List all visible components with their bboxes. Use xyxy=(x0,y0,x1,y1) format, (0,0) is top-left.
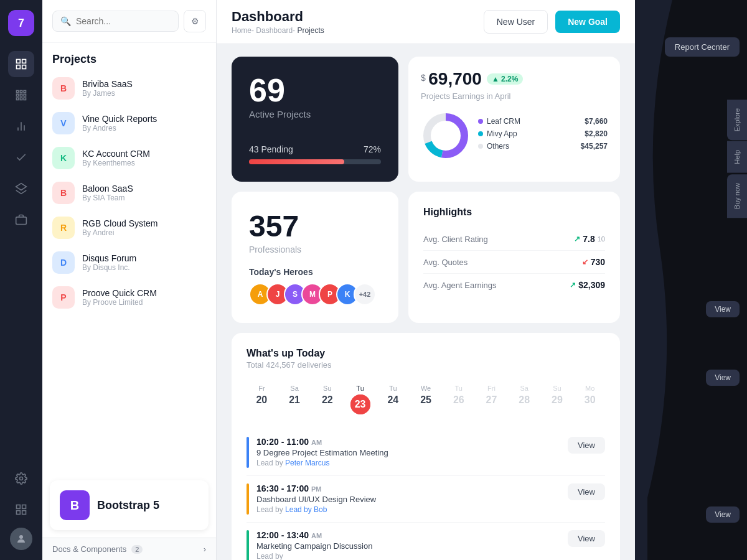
docs-label: Docs & Components xyxy=(52,544,126,554)
project-item-kc[interactable]: K KC Account CRM By Keenthemes xyxy=(47,141,211,175)
project-item-baloon[interactable]: B Baloon SaaS By SIA Team xyxy=(47,175,211,210)
svg-rect-19 xyxy=(17,505,21,509)
event-view-button[interactable]: View xyxy=(568,483,605,500)
search-box[interactable]: 🔍 xyxy=(52,11,179,32)
event-lead-link[interactable]: Peter Marcus xyxy=(285,459,329,467)
project-by-disqus: By Disqus Inc. xyxy=(82,263,136,272)
calendar-day[interactable]: Tu23 xyxy=(345,380,375,419)
nav-icon-settings[interactable] xyxy=(8,465,34,492)
svg-rect-22 xyxy=(22,511,26,515)
view-button-2[interactable]: View xyxy=(706,370,740,386)
project-item-proove[interactable]: P Proove Quick CRM By Proove Limited xyxy=(47,280,211,315)
day-name: Sa xyxy=(282,385,308,392)
svg-rect-21 xyxy=(17,511,21,515)
new-user-button[interactable]: New User xyxy=(484,10,548,34)
report-center-button[interactable]: Report Cecnter xyxy=(665,37,740,57)
svg-marker-16 xyxy=(16,184,27,190)
nav-icon-apps[interactable] xyxy=(8,82,34,108)
cards-row-1: 69 Active Projects 43 Pending 72% $ 69,7… xyxy=(232,57,620,182)
docs-bar[interactable]: Docs & Components 2 › xyxy=(42,538,216,560)
calendar-day[interactable]: Tu26 xyxy=(443,380,474,419)
legend-item: Leaf CRM $7,660 xyxy=(478,117,608,126)
calendar-day[interactable]: Sa21 xyxy=(280,380,310,419)
calendar-day[interactable]: Mo30 xyxy=(575,380,605,419)
project-name-vine: Vine Quick Reports xyxy=(82,114,157,124)
donut-chart xyxy=(421,111,471,161)
nav-icon-check[interactable] xyxy=(8,144,34,170)
view-button-1[interactable]: View xyxy=(706,301,740,317)
nav-icon-chart[interactable] xyxy=(8,113,34,139)
earnings-label: Projects Earnings in April xyxy=(421,91,608,101)
highlight-value: ↗ $2,309 xyxy=(570,280,605,290)
highlight-name: Avg. Quotes xyxy=(423,258,467,267)
help-tab[interactable]: Help xyxy=(727,141,747,173)
calendar-day[interactable]: Sa28 xyxy=(509,380,540,419)
project-info-disqus: Disqus Forum By Disqus Inc. xyxy=(82,253,136,272)
dashboard-content: 69 Active Projects 43 Pending 72% $ 69,7… xyxy=(217,44,635,560)
page-title: Dashboard xyxy=(232,9,324,25)
nav-icon-grid2[interactable] xyxy=(8,497,34,523)
explore-tab[interactable]: Explore xyxy=(727,100,747,140)
highlight-value: ↗ 7.8 10 xyxy=(574,234,605,244)
professionals-label: Professionals xyxy=(249,245,381,254)
breadcrumb-current: Projects xyxy=(297,26,324,35)
calendar-day[interactable]: We25 xyxy=(411,380,441,419)
new-goal-button[interactable]: New Goal xyxy=(555,11,620,33)
event-ampm: PM xyxy=(311,485,322,493)
user-bottom-avatar[interactable] xyxy=(10,528,32,550)
highlight-value: ↙ 730 xyxy=(582,257,605,267)
event-view-button[interactable]: View xyxy=(568,437,605,454)
heroes-label: Today's Heroes xyxy=(249,267,381,277)
event-lead-link[interactable]: Lead by Bob xyxy=(285,505,327,514)
svg-rect-9 xyxy=(24,94,26,96)
project-item-briviba[interactable]: B Briviba SaaS By James xyxy=(47,71,211,106)
highlight-row: Avg. Quotes ↙ 730 xyxy=(423,251,605,274)
day-num: 21 xyxy=(282,394,308,406)
event-bar xyxy=(247,530,249,560)
project-by-baloon: By SIA Team xyxy=(82,194,133,202)
calendar-day[interactable]: Su29 xyxy=(542,380,573,419)
project-icon-disqus: D xyxy=(52,251,75,274)
project-info-vine: Vine Quick Reports By Andres xyxy=(82,114,157,133)
search-input[interactable] xyxy=(76,16,171,26)
event-name: 9 Degree Project Estimation Meeting xyxy=(256,448,560,457)
buy-now-tab[interactable]: Buy now xyxy=(727,174,747,218)
left-navigation: 7 xyxy=(0,0,42,560)
day-num: 24 xyxy=(380,394,406,406)
legend-item: Mivy App $2,820 xyxy=(478,129,608,138)
user-avatar-nav[interactable]: 7 xyxy=(8,10,34,36)
project-icon-rgb: R xyxy=(52,217,75,239)
day-num: 25 xyxy=(413,394,439,406)
nav-icon-layers[interactable] xyxy=(8,175,34,202)
svg-rect-8 xyxy=(20,94,22,96)
event-item: 10:20 - 11:00 AM 9 Degree Project Estima… xyxy=(247,429,605,476)
day-num: 20 xyxy=(249,394,275,406)
nav-icon-dashboard[interactable] xyxy=(8,51,34,77)
calendar-day[interactable]: Fri27 xyxy=(476,380,507,419)
progress-bar-fill xyxy=(249,159,344,164)
calendar-day[interactable]: Tu24 xyxy=(378,380,408,419)
sidebar-title: Projects xyxy=(42,43,216,71)
event-bar xyxy=(247,437,249,468)
stats-row: 357 Professionals Today's Heroes AJSMPK+… xyxy=(232,192,620,323)
calendar-day[interactable]: Su22 xyxy=(312,380,342,419)
nav-icon-briefcase[interactable] xyxy=(8,207,34,233)
day-name: Sa xyxy=(512,385,537,392)
view-button-3[interactable]: View xyxy=(706,506,740,523)
event-view-button[interactable]: View xyxy=(568,530,605,547)
project-by-vine: By Andres xyxy=(82,124,157,133)
project-icon-proove: P xyxy=(52,286,75,309)
calendar-day[interactable]: Fr20 xyxy=(247,380,277,419)
docs-arrow: › xyxy=(204,544,206,554)
bootstrap-banner[interactable]: B Bootstrap 5 xyxy=(50,480,209,530)
project-by-proove: By Proove Limited xyxy=(82,298,157,307)
right-panel-bg xyxy=(635,0,747,560)
calendar-days: Fr20Sa21Su22Tu23Tu24We25Tu26Fri27Sa28Su2… xyxy=(247,380,605,419)
filter-button[interactable]: ⚙ xyxy=(184,10,206,32)
day-name: Tu xyxy=(347,385,373,392)
earnings-body: Leaf CRM $7,660 Mivy App $2,820 Others $… xyxy=(421,111,608,161)
project-item-rgb[interactable]: R RGB Cloud System By Andrei xyxy=(47,210,211,245)
project-item-vine[interactable]: V Vine Quick Reports By Andres xyxy=(47,106,211,141)
day-name: Su xyxy=(314,385,340,392)
project-item-disqus[interactable]: D Disqus Forum By Disqus Inc. xyxy=(47,245,211,280)
